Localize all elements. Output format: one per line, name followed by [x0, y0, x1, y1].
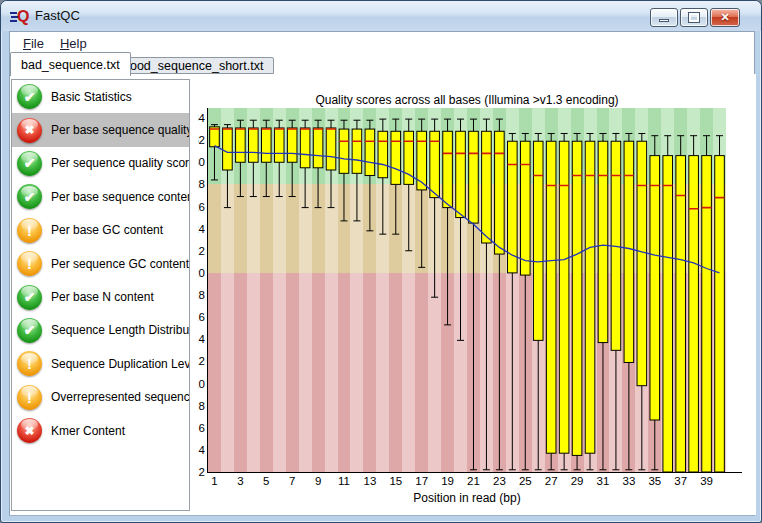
tab-bad-sequence-txt[interactable]: bad_sequence.txt: [10, 52, 131, 76]
sidebar-item-label: Per base sequence quality: [51, 123, 190, 137]
sidebar-item-label: Per sequence quality scores: [51, 156, 190, 170]
sidebar-item-per-sequence-gc-content[interactable]: !Per sequence GC content: [12, 247, 189, 280]
svg-text:33: 33: [623, 475, 636, 487]
sidebar-item-per-base-gc-content[interactable]: !Per base GC content: [12, 214, 189, 247]
svg-text:5: 5: [263, 475, 269, 487]
sidebar-item-label: Sequence Duplication Levels: [51, 357, 190, 371]
svg-text:34: 34: [198, 112, 206, 124]
sidebar-item-basic-statistics[interactable]: ✔Basic Statistics: [12, 80, 189, 113]
warn-icon: !: [17, 385, 42, 410]
sidebar-item-sequence-duplication-levels[interactable]: !Sequence Duplication Levels: [12, 347, 189, 380]
sidebar-item-label: Kmer Content: [51, 424, 125, 438]
svg-text:24: 24: [198, 223, 206, 235]
svg-text:14: 14: [198, 333, 206, 345]
svg-text:16: 16: [198, 311, 205, 323]
sidebar-item-label: Basic Statistics: [51, 90, 132, 104]
svg-text:4: 4: [199, 444, 206, 456]
svg-text:Q: Q: [17, 8, 29, 25]
fastqc-window: Q FastQC ✕ FileHelp bad_sequence.txtgood…: [0, 0, 762, 523]
minimize-button[interactable]: [650, 8, 678, 27]
svg-text:8: 8: [199, 400, 205, 412]
close-icon: ✕: [720, 11, 729, 24]
svg-text:7: 7: [289, 475, 295, 487]
svg-text:29: 29: [571, 475, 584, 487]
svg-text:26: 26: [198, 201, 205, 213]
maximize-icon: [689, 13, 699, 22]
sidebar-item-per-base-sequence-content[interactable]: ✔Per base sequence content: [12, 180, 189, 213]
title-bar[interactable]: Q FastQC ✕: [1, 1, 761, 31]
sidebar-item-per-base-sequence-quality[interactable]: ✖Per base sequence quality: [12, 113, 189, 146]
sidebar-item-overrepresented-sequences[interactable]: !Overrepresented sequences: [12, 381, 189, 414]
svg-text:10: 10: [198, 378, 205, 390]
sidebar-item-label: Per base N content: [51, 290, 154, 304]
sidebar-item-label: Per sequence GC content: [51, 257, 189, 271]
sidebar-item-label: Per base GC content: [51, 223, 163, 237]
svg-text:25: 25: [519, 475, 532, 487]
sidebar-item-per-sequence-quality-scores[interactable]: ✔Per sequence quality scores: [12, 147, 189, 180]
warn-icon: !: [17, 251, 42, 276]
svg-text:18: 18: [198, 289, 205, 301]
app-logo-icon: Q: [10, 6, 31, 26]
tab-bar: bad_sequence.txtgood_sequence_short.txt: [10, 54, 754, 74]
sidebar-item-sequence-length-distribution[interactable]: ✔Sequence Length Distribution: [12, 314, 189, 347]
svg-text:37: 37: [674, 475, 687, 487]
pass-icon: ✔: [17, 84, 42, 109]
menu-help[interactable]: Help: [53, 34, 94, 53]
svg-text:11: 11: [338, 475, 350, 487]
client-area: FileHelp bad_sequence.txtgood_sequence_s…: [9, 31, 755, 516]
menu-file[interactable]: File: [16, 34, 51, 53]
svg-text:27: 27: [545, 475, 558, 487]
svg-text:17: 17: [415, 475, 428, 487]
svg-text:13: 13: [364, 475, 377, 487]
pass-icon: ✔: [17, 318, 42, 343]
svg-text:3: 3: [237, 475, 243, 487]
svg-text:23: 23: [493, 475, 506, 487]
pass-icon: ✔: [17, 184, 42, 209]
sidebar-item-label: Overrepresented sequences: [51, 390, 190, 404]
pass-icon: ✔: [17, 151, 42, 176]
svg-text:6: 6: [199, 422, 205, 434]
fail-icon: ✖: [17, 418, 42, 443]
sidebar-item-per-base-n-content[interactable]: ✔Per base N content: [12, 280, 189, 313]
warn-icon: !: [17, 218, 42, 243]
svg-text:12: 12: [198, 355, 205, 367]
svg-text:20: 20: [198, 267, 205, 279]
menu-bar: FileHelp: [10, 32, 754, 54]
quality-boxplot-chart: 2468101214161820222426283032341357911131…: [198, 74, 756, 515]
minimize-icon: [659, 19, 669, 22]
svg-text:32: 32: [198, 134, 205, 146]
svg-text:Quality scores across all base: Quality scores across all bases (Illumin…: [315, 93, 618, 107]
svg-text:2: 2: [199, 466, 205, 478]
svg-text:30: 30: [198, 156, 205, 168]
svg-text:22: 22: [198, 245, 205, 257]
pass-icon: ✔: [17, 285, 42, 310]
svg-text:21: 21: [467, 475, 480, 487]
svg-text:Position in read (bp): Position in read (bp): [413, 491, 520, 505]
svg-text:31: 31: [597, 475, 610, 487]
close-button[interactable]: ✕: [710, 8, 740, 27]
fail-icon: ✖: [17, 118, 42, 143]
maximize-button[interactable]: [680, 8, 708, 27]
window-controls: ✕: [650, 8, 740, 27]
module-list: ✔Basic Statistics✖Per base sequence qual…: [11, 79, 190, 511]
sidebar-item-label: Sequence Length Distribution: [51, 323, 190, 337]
svg-text:28: 28: [198, 178, 205, 190]
svg-text:9: 9: [315, 475, 321, 487]
svg-text:35: 35: [648, 475, 661, 487]
main-area: ✔Basic Statistics✖Per base sequence qual…: [10, 74, 754, 515]
tab-good-sequence-short-txt[interactable]: good_sequence_short.txt: [112, 57, 274, 74]
svg-text:15: 15: [389, 475, 402, 487]
svg-text:1: 1: [211, 475, 217, 487]
svg-text:19: 19: [441, 475, 454, 487]
sidebar-item-kmer-content[interactable]: ✖Kmer Content: [12, 414, 189, 447]
warn-icon: !: [17, 351, 42, 376]
window-title: FastQC: [35, 8, 80, 23]
svg-text:39: 39: [700, 475, 713, 487]
sidebar-item-label: Per base sequence content: [51, 190, 190, 204]
